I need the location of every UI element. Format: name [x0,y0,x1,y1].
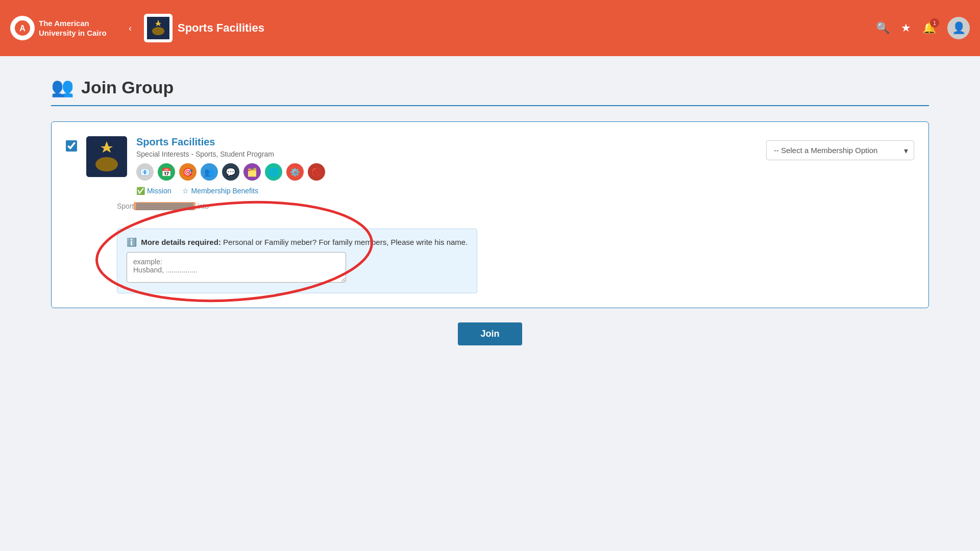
search-icon[interactable]: 🔍 [876,21,890,35]
group-name: Sports Facilities [136,136,757,148]
group-icons-row: 📧 📅 🎯 👥 💬 🗂️ 🌐 ⚙️ 🚫 [136,163,757,181]
join-button[interactable]: Join [458,322,522,345]
group-icon-9[interactable]: 🚫 [308,163,325,181]
header-right: 🔍 ★ 🔔 1 👤 [876,17,970,39]
group-icon-6[interactable]: 🗂️ [243,163,261,181]
notifications-icon[interactable]: 🔔 1 [922,21,936,35]
info-icon: ℹ️ [127,238,137,246]
app-header: A The American University in Cairo ‹ Spo… [0,0,980,56]
star-icon: ☆ [182,187,189,195]
truncated-description: Sport▓▓▓▓▓▓▓▓▓▓▓ into [117,202,372,210]
header-left: A The American University in Cairo ‹ Spo… [10,14,264,42]
membership-select-wrap: -- Select a Membership Option ▾ [766,140,914,160]
user-avatar[interactable]: 👤 [947,17,970,39]
sports-title-text: Sports Facilities [178,21,264,35]
details-textarea[interactable] [127,252,346,283]
svg-point-7 [95,157,118,171]
join-button-wrap: Join [51,322,929,345]
membership-benefits-link[interactable]: ☆ Membership Benefits [182,187,258,195]
details-section: ℹ️ More details required: Personal or Fa… [117,229,477,293]
details-regular-text: Personal or Familiy meber? For family me… [223,238,468,246]
uni-name-text: The American University in Cairo [39,18,120,38]
notification-badge: 1 [930,18,939,28]
sports-nav-item[interactable]: Sports Facilities [144,14,264,42]
group-icon-1[interactable]: 📧 [136,163,154,181]
svg-text:A: A [19,24,26,33]
details-label: ℹ️ More details required: Personal or Fa… [127,237,468,247]
group-icon-5[interactable]: 💬 [222,163,239,181]
group-icon-8[interactable]: ⚙️ [286,163,304,181]
group-icon-3[interactable]: 🎯 [179,163,197,181]
group-icon-4[interactable]: 👥 [201,163,218,181]
details-section-wrapper: ℹ️ More details required: Personal or Fa… [117,217,477,293]
group-checkbox[interactable] [66,140,77,152]
group-checkbox-wrap [66,140,77,154]
card-links-row: ✅ Mission ☆ Membership Benefits [136,187,757,195]
check-icon: ✅ [136,187,145,195]
page-header: 👥 Join Group [51,77,929,106]
group-logo [86,136,127,177]
page-title: Join Group [81,78,174,97]
uni-logo: A [10,16,35,40]
group-subtitle: Special Interests - Sports, Student Prog… [136,150,757,158]
nav-chevron[interactable]: ‹ [129,23,132,34]
membership-select[interactable]: -- Select a Membership Option [766,140,914,160]
card-top-row: Sports Facilities Special Interests - Sp… [66,136,914,195]
membership-select-container: -- Select a Membership Option ▾ [766,140,914,160]
main-content: 👥 Join Group Sports Facilities Spe [0,56,980,366]
group-card: Sports Facilities Special Interests - Sp… [51,121,929,308]
mission-link[interactable]: ✅ Mission [136,187,171,195]
join-group-icon: 👥 [51,77,74,98]
card-info: Sports Facilities Special Interests - Sp… [136,136,757,195]
sports-logo [144,14,173,42]
group-icon-2[interactable]: 📅 [158,163,175,181]
favorites-icon[interactable]: ★ [901,21,911,35]
group-icon-7[interactable]: 🌐 [265,163,282,181]
details-bold-text: More details required: [141,238,221,246]
svg-point-3 [152,27,164,35]
